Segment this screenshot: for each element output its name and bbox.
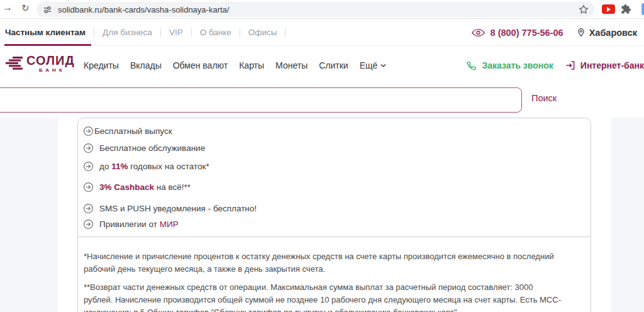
benefit-text: до 11% годовых на остаток*: [99, 162, 209, 171]
login-arrow-icon: [565, 60, 576, 71]
arrow-circle-icon: [83, 161, 94, 172]
benefit-text: SMS и PUSH уведомления - бесплатно!: [99, 204, 257, 213]
utility-nav: Частным клиентам Для бизнеса VIP О банке…: [0, 20, 644, 46]
site-header: СОЛИД БАНК Кредиты Вклады Обмен валют Ка…: [0, 46, 644, 85]
nav-currency-exchange[interactable]: Обмен валют: [173, 60, 228, 70]
search-button[interactable]: Поиск: [531, 93, 557, 103]
arrow-circle-icon: [83, 182, 94, 192]
arrow-circle-icon: [83, 219, 94, 230]
city-label: Хабаровск: [589, 28, 637, 38]
nav-more-label: Ещё: [360, 60, 378, 70]
logo-title: СОЛИД: [26, 54, 75, 67]
benefit-text: 3% Cashback на всё!**: [99, 182, 191, 192]
extensions-puzzle-icon[interactable]: [621, 4, 631, 17]
order-call-link[interactable]: Заказать звонок: [466, 60, 553, 71]
search-section: Поиск: [0, 85, 644, 118]
benefit-item-cashback: 3% Cashback на всё!**: [83, 182, 591, 192]
internet-bank-label: Интернет-банк: [580, 60, 644, 70]
order-call-label: Заказать звонок: [482, 60, 553, 70]
phone-handset-icon: [466, 60, 477, 71]
logo-subtitle: БАНК: [39, 67, 65, 73]
disclaimer-paragraph-2: **Возврат части денежных средств от опер…: [84, 281, 564, 312]
right-margin-strip: [611, 118, 644, 312]
youtube-extension-icon[interactable]: [602, 4, 615, 14]
tab-business[interactable]: Для бизнеса: [94, 20, 160, 45]
city-selector[interactable]: Хабаровск: [577, 27, 638, 38]
site-settings-icon[interactable]: [43, 5, 52, 14]
nav-cards[interactable]: Карты: [239, 60, 264, 70]
nav-credits[interactable]: Кредиты: [84, 60, 119, 70]
main-nav: Кредиты Вклады Обмен валют Карты Монеты …: [84, 46, 386, 85]
internet-bank-link[interactable]: Интернет-банк: [565, 60, 644, 71]
chevron-down-icon: [380, 64, 386, 67]
nav-bullion[interactable]: Слитки: [319, 60, 348, 70]
browser-toolbar: → ↻ solidbank.ru/bank-cards/vasha-solidn…: [0, 0, 644, 19]
tab-label: Частным клиентам: [5, 28, 86, 37]
nav-more[interactable]: Ещё: [360, 60, 387, 70]
mir-link[interactable]: МИР: [160, 220, 179, 229]
accessibility-eye-icon[interactable]: [472, 28, 485, 37]
bookmark-star-icon[interactable]: [579, 4, 589, 14]
nav-coins[interactable]: Монеты: [275, 60, 308, 70]
left-margin-strip: [0, 118, 58, 312]
arrow-circle-icon: [83, 143, 94, 153]
benefit-item-mir-privileges: Привилегии от МИР: [83, 219, 591, 230]
url-text[interactable]: solidbank.ru/bank-cards/vasha-solidnaya-…: [58, 5, 229, 14]
card-disclaimer-panel: *Начисление и причисление процентов к ос…: [77, 237, 591, 312]
arrow-circle-icon: [83, 203, 94, 214]
benefit-item-notifications: SMS и PUSH уведомления - бесплатно!: [83, 203, 591, 214]
tab-private-clients[interactable]: Частным клиентам: [4, 20, 94, 45]
tab-about-bank[interactable]: О банке: [192, 20, 240, 45]
forward-button[interactable]: →: [3, 2, 13, 13]
benefit-item-free-issue: Бесплатный выпуск: [83, 126, 591, 136]
tab-offices[interactable]: Офисы: [240, 20, 286, 45]
reload-button[interactable]: ↻: [21, 3, 30, 14]
search-input[interactable]: [0, 87, 522, 113]
card-benefits-panel: Бесплатный выпуск Бесплатное обслуживани…: [77, 118, 591, 237]
benefit-text: Привилегии от МИР: [99, 220, 179, 229]
profile-avatar[interactable]: [641, 3, 644, 15]
benefits-list: Бесплатный выпуск Бесплатное обслуживани…: [78, 118, 591, 230]
benefit-text: Бесплатное обслуживание: [99, 143, 205, 153]
benefit-item-free-service: Бесплатное обслуживание: [83, 143, 591, 153]
phone-number-link[interactable]: 8 (800) 775-56-06: [491, 28, 564, 38]
disclaimer-paragraph-1: *Начисление и причисление процентов к ос…: [84, 250, 564, 276]
page-content: Бесплатный выпуск Бесплатное обслуживани…: [0, 118, 644, 312]
bank-logo[interactable]: СОЛИД БАНК: [5, 54, 75, 73]
nav-deposits[interactable]: Вклады: [130, 60, 162, 70]
benefit-item-interest-on-balance: до 11% годовых на остаток*: [83, 161, 591, 172]
page: → ↻ solidbank.ru/bank-cards/vasha-solidn…: [0, 0, 644, 312]
tab-vip[interactable]: VIP: [161, 20, 191, 45]
logo-mark-icon: [5, 55, 24, 72]
url-bar[interactable]: solidbank.ru/bank-cards/vasha-solidnaya-…: [36, 2, 594, 17]
divider: [285, 28, 286, 37]
arrow-circle-icon: [83, 126, 94, 136]
benefit-text: Бесплатный выпуск: [94, 126, 172, 136]
location-pin-icon: [577, 27, 586, 38]
